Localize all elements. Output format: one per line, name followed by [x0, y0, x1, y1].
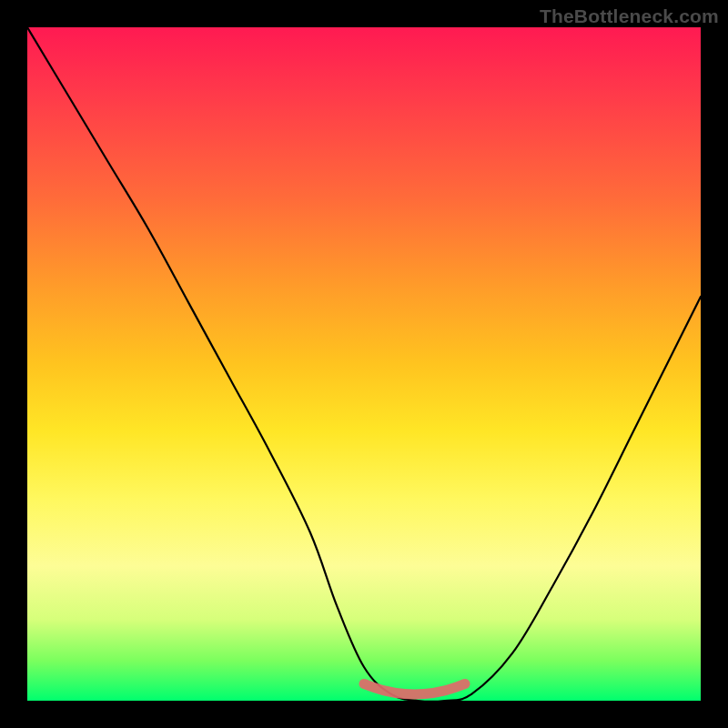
chart-frame: TheBottleneck.com	[0, 0, 728, 728]
bottleneck-curve-path	[27, 27, 701, 701]
gradient-plot-area	[27, 27, 701, 701]
curve-layer	[27, 27, 701, 701]
optimal-band-path	[364, 684, 465, 695]
watermark-text: TheBottleneck.com	[540, 5, 719, 27]
